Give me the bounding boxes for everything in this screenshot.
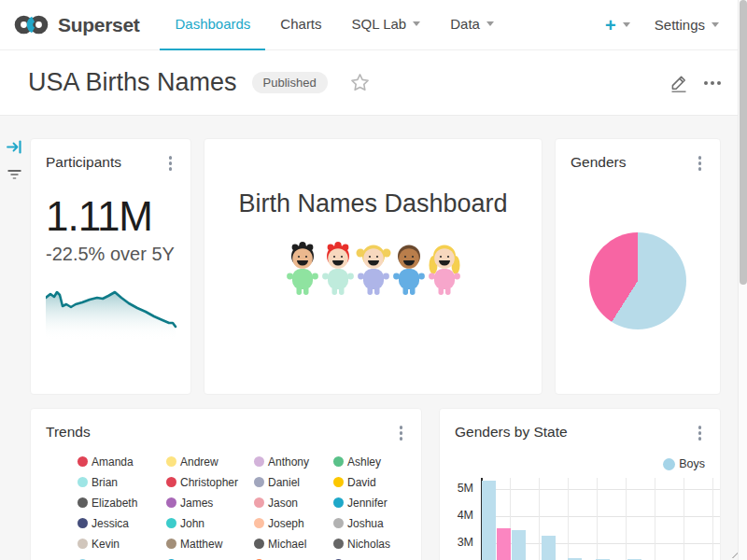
nav-item-charts[interactable]: Charts — [265, 0, 336, 50]
gridline — [655, 478, 655, 560]
legend-dot — [254, 518, 264, 528]
legend-dot — [166, 497, 176, 508]
kid-figure-2 — [322, 242, 354, 295]
nav-item-data[interactable]: Data — [435, 0, 509, 50]
legend-item-matthew[interactable]: Matthew — [166, 538, 254, 551]
legend-item-joshua[interactable]: Joshua — [333, 517, 413, 530]
nav-item-sql-lab[interactable]: SQL Lab — [337, 0, 436, 50]
big-number-subheader: -22.5% over 5Y — [46, 244, 176, 265]
kid-figure-3 — [356, 245, 390, 296]
legend-item-christopher[interactable]: Christopher — [166, 476, 254, 489]
legend-label: Andrew — [180, 455, 218, 469]
genders-pie-chart[interactable] — [589, 232, 686, 329]
nav-item-label: Dashboards — [175, 16, 250, 32]
bar-boys[interactable] — [482, 481, 496, 560]
hero-card: Birth Names Dashboard — [204, 138, 543, 395]
legend-dot — [166, 456, 176, 467]
card-title: Trends — [46, 424, 91, 441]
plus-icon: + — [605, 16, 616, 35]
legend-label: Joshua — [347, 517, 384, 530]
legend-label: Brian — [92, 476, 118, 489]
legend-item-brian[interactable]: Brian — [78, 476, 166, 489]
gridline — [539, 478, 540, 560]
legend-item-amanda[interactable]: Amanda — [78, 455, 166, 469]
y-tick-label: 5M — [440, 482, 473, 495]
settings-menu[interactable]: Settings — [655, 17, 719, 33]
legend-item-john[interactable]: John — [166, 517, 254, 530]
legend-item-andrew[interactable]: Andrew — [166, 455, 254, 469]
trends-legend: AmandaAndrewAnthonyAshleyBrianChristophe… — [78, 455, 406, 560]
arrow-to-bar-icon — [7, 140, 22, 154]
legend-label: Kevin — [92, 538, 120, 551]
filter-button[interactable] — [7, 167, 22, 184]
legend-item-joseph[interactable]: Joseph — [254, 517, 333, 530]
legend-label: Nicholas — [347, 538, 390, 551]
legend-dot — [254, 456, 264, 467]
filter-lines-icon — [7, 169, 22, 180]
star-icon — [350, 73, 370, 92]
bar-girls[interactable] — [497, 528, 511, 560]
favorite-star-button[interactable] — [350, 73, 370, 92]
legend-dot — [166, 539, 176, 549]
legend-item-nicholas[interactable]: Nicholas — [333, 538, 413, 551]
legend-item-michael[interactable]: Michael — [254, 538, 333, 551]
ellipsis-icon — [704, 81, 708, 85]
big-number-value: 1.11M — [46, 193, 176, 240]
legend-item-david[interactable]: David — [333, 476, 413, 489]
legend-label: Jennifer — [347, 497, 388, 510]
legend-item-ashley[interactable]: Ashley — [333, 455, 413, 469]
scrollbar-thumb[interactable] — [740, 0, 747, 285]
legend-label: Elizabeth — [92, 497, 137, 510]
bar-boys[interactable] — [512, 530, 526, 560]
infinity-logo-icon — [13, 12, 50, 37]
genders-card: Genders — [555, 138, 721, 395]
legend-label: Anthony — [268, 455, 309, 469]
legend-label: Amanda — [92, 455, 134, 469]
legend-item-jennifer[interactable]: Jennifer — [333, 497, 413, 510]
dashboard-header: USA Births Names Published — [0, 50, 747, 116]
nav-item-dashboards[interactable]: Dashboards — [160, 0, 265, 50]
edit-dashboard-button[interactable] — [669, 73, 689, 93]
kid-figure-4 — [393, 245, 425, 296]
chevron-down-icon — [712, 22, 719, 27]
new-item-button[interactable]: + — [605, 16, 630, 35]
card-menu-button[interactable] — [695, 154, 706, 173]
legend-item-jessica[interactable]: Jessica — [78, 517, 166, 530]
page-title: USA Births Names — [28, 68, 237, 97]
legend-item-kevin[interactable]: Kevin — [78, 538, 166, 551]
superset-app: Superset DashboardsChartsSQL LabData + S… — [0, 0, 747, 560]
genders-by-state-bar-chart: 5M4M3M2M1M — [440, 465, 720, 560]
legend-dot — [333, 518, 344, 528]
chevron-down-icon — [413, 21, 420, 26]
superset-logo[interactable]: Superset — [13, 12, 139, 37]
legend-dot — [333, 497, 344, 508]
legend-item-james[interactable]: James — [166, 497, 254, 510]
legend-label: Matthew — [180, 538, 222, 551]
more-actions-button[interactable] — [702, 77, 723, 89]
card-menu-button[interactable] — [396, 424, 407, 442]
kid-figure-5 — [429, 245, 460, 296]
legend-label: Michael — [268, 538, 306, 551]
genders-by-state-card: Genders by State Boys 5M4M3M2M1M — [439, 408, 721, 560]
bar-boys[interactable] — [542, 536, 556, 560]
chevron-down-icon — [623, 22, 630, 27]
card-title: Genders by State — [455, 424, 568, 441]
legend-label: James — [180, 497, 213, 510]
gridline — [626, 478, 627, 560]
expand-filter-bar-button[interactable] — [7, 140, 22, 158]
card-menu-button[interactable] — [695, 424, 706, 442]
card-menu-button[interactable] — [165, 154, 176, 173]
kid-figure-1 — [287, 242, 318, 295]
legend-item-elizabeth[interactable]: Elizabeth — [78, 497, 166, 510]
main-nav: DashboardsChartsSQL LabData — [160, 0, 508, 50]
gridline — [712, 478, 713, 560]
legend-dot — [78, 539, 88, 549]
legend-item-daniel[interactable]: Daniel — [254, 476, 333, 489]
kids-illustration — [285, 241, 462, 297]
legend-item-jason[interactable]: Jason — [254, 497, 333, 510]
legend-label: Christopher — [180, 476, 238, 489]
nav-item-label: Data — [450, 16, 480, 32]
settings-label: Settings — [655, 17, 705, 33]
legend-item-anthony[interactable]: Anthony — [254, 455, 333, 469]
brand-name: Superset — [58, 14, 139, 36]
